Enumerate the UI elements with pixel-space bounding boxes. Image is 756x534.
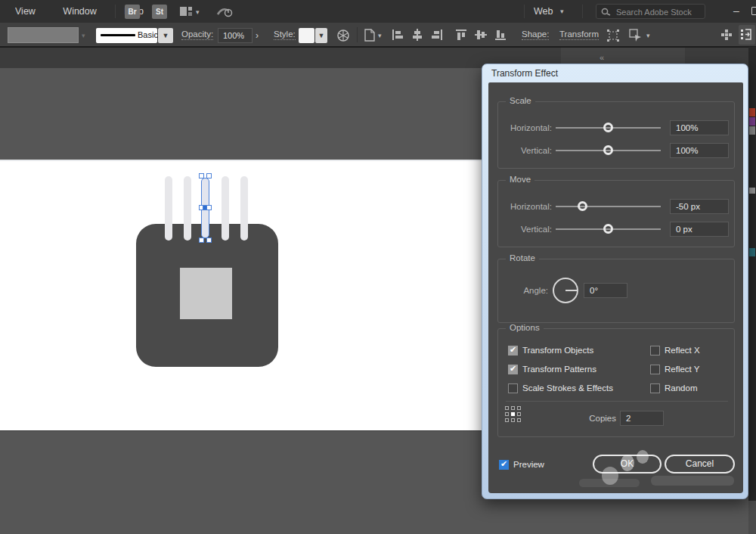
cancel-button[interactable]: Cancel (665, 455, 735, 473)
scale-horizontal-slider[interactable] (556, 127, 661, 129)
watermark-blob (579, 479, 640, 487)
isolate-selection-icon[interactable] (629, 29, 643, 42)
workspace-switcher[interactable]: Web (534, 0, 553, 23)
panel-chip-icon[interactable] (749, 248, 755, 256)
adobe-stock-search-input[interactable]: Search Adobe Stock (596, 4, 705, 19)
transform-panel-link[interactable]: Transform (559, 29, 599, 40)
move-legend: Move (506, 175, 534, 184)
panel-toggle-button[interactable] (739, 25, 755, 45)
align-right-icon[interactable] (431, 29, 443, 41)
search-placeholder: Search Adobe Stock (616, 5, 692, 19)
ok-button[interactable]: OK (593, 455, 662, 473)
move-horizontal-input[interactable]: -50 px (670, 199, 729, 214)
align-vertical-center-icon[interactable] (475, 29, 487, 41)
panel-chip-icon[interactable] (749, 188, 755, 194)
transform-patterns-option[interactable]: Transform Patterns (508, 362, 596, 377)
scale-vertical-input[interactable]: 100% (670, 143, 729, 158)
artwork-pin[interactable] (184, 176, 191, 241)
preview-option[interactable]: Preview (499, 457, 544, 472)
fill-chevron-icon[interactable]: ▾ (82, 32, 85, 39)
style-swatch[interactable] (299, 28, 314, 43)
reflect-y-checkbox[interactable] (650, 365, 660, 374)
artwork-pin[interactable] (222, 176, 229, 241)
stroke-preview (101, 34, 135, 36)
align-bottom-icon[interactable] (494, 29, 507, 41)
selected-pin-with-handles[interactable] (199, 173, 212, 244)
move-horizontal-slider[interactable] (556, 206, 661, 207)
scale-strokes-effects-checkbox[interactable] (508, 383, 518, 393)
copies-input[interactable]: 2 (620, 411, 664, 426)
angle-dial[interactable] (553, 278, 578, 303)
stroke-chevron-button[interactable]: ▼ (158, 28, 173, 43)
menu-view[interactable]: View (0, 0, 48, 23)
isolate-chevron-icon[interactable]: ▾ (646, 32, 650, 39)
selection-handle[interactable] (206, 173, 212, 179)
align-top-icon[interactable] (455, 29, 467, 41)
opacity-more-button[interactable]: › (256, 28, 259, 43)
scale-vertical-label: Vertical: (501, 143, 552, 158)
shape-label[interactable]: Shape: (522, 29, 549, 40)
stock-button[interactable]: St (152, 5, 167, 19)
arrange-documents-chevron-icon[interactable]: ▾ (196, 8, 200, 16)
selection-handle[interactable] (206, 238, 212, 243)
slider-thumb[interactable] (603, 123, 613, 132)
angle-input[interactable]: 0° (584, 283, 627, 298)
fill-color-swatch[interactable] (8, 27, 79, 43)
transform-objects-option[interactable]: Transform Objects (508, 343, 593, 358)
opacity-input[interactable]: 100% (218, 28, 253, 43)
menu-window[interactable]: Window (51, 0, 108, 23)
checkbox-label: Scale Strokes & Effects (522, 383, 613, 393)
restore-window-button[interactable] (751, 7, 756, 15)
document-setup-icon[interactable] (363, 29, 376, 42)
opacity-label[interactable]: Opacity: (181, 29, 213, 40)
recolor-artwork-icon[interactable] (336, 29, 350, 42)
slider-thumb[interactable] (578, 201, 587, 211)
scale-horizontal-input[interactable]: 100% (670, 120, 729, 135)
scale-strokes-effects-option[interactable]: Scale Strokes & Effects (508, 380, 613, 396)
reference-point-locator[interactable] (505, 406, 523, 424)
stroke-preset-dropdown[interactable]: Basic (96, 28, 157, 43)
selection-handle[interactable] (199, 173, 204, 179)
dialog-title: Transform Effect (491, 64, 558, 82)
transform-objects-checkbox[interactable] (508, 346, 518, 355)
reflect-x-option[interactable]: Reflect X (650, 343, 700, 358)
artwork-pin[interactable] (240, 176, 248, 241)
panel-chip-icon[interactable] (749, 126, 755, 135)
free-transform-icon[interactable] (606, 29, 620, 42)
checkbox-label: Reflect Y (665, 365, 699, 374)
scale-vertical-slider[interactable] (556, 150, 661, 151)
align-left-icon[interactable] (392, 29, 404, 41)
sync-settings-icon[interactable] (216, 5, 234, 18)
minimize-window-button[interactable]: – (727, 0, 745, 23)
dock-bottom-area (748, 501, 756, 534)
move-vertical-slider[interactable] (556, 228, 661, 230)
align-horizontal-center-icon[interactable] (411, 29, 423, 41)
selection-handle[interactable] (199, 238, 204, 243)
menubar-divider (524, 5, 525, 18)
preview-checkbox[interactable] (499, 460, 509, 470)
collapsed-panel-dock (748, 47, 756, 501)
panel-toggle-icon (741, 29, 753, 41)
control-toolbar: ▾ Basic ▼ Opacity: 100% › Style: ▼ ▾ Sha… (0, 23, 756, 47)
random-checkbox[interactable] (650, 383, 660, 393)
reflect-y-option[interactable]: Reflect Y (650, 362, 699, 377)
artwork-inner-square[interactable] (180, 268, 232, 319)
workspace-chevron-icon[interactable]: ▾ (560, 0, 564, 23)
document-setup-chevron-icon[interactable]: ▾ (378, 32, 382, 39)
selection-handle[interactable] (206, 205, 212, 210)
bridge-button[interactable]: Br (125, 5, 140, 19)
slider-thumb[interactable] (603, 224, 613, 234)
move-vertical-input[interactable]: 0 px (670, 222, 729, 237)
slider-thumb[interactable] (603, 145, 613, 155)
workspace-grid-icon[interactable] (720, 29, 733, 41)
panel-chip-icon[interactable] (749, 117, 755, 126)
move-group: Move Horizontal: -50 px Vertical: 0 px (497, 180, 735, 247)
style-label[interactable]: Style: (274, 29, 296, 40)
artwork-pin[interactable] (165, 176, 172, 241)
panel-chip-icon[interactable] (749, 108, 755, 116)
transform-patterns-checkbox[interactable] (508, 365, 518, 374)
arrange-documents-icon[interactable] (179, 6, 193, 17)
style-chevron-button[interactable]: ▼ (315, 28, 327, 43)
reflect-x-checkbox[interactable] (650, 346, 660, 355)
random-option[interactable]: Random (650, 380, 697, 396)
